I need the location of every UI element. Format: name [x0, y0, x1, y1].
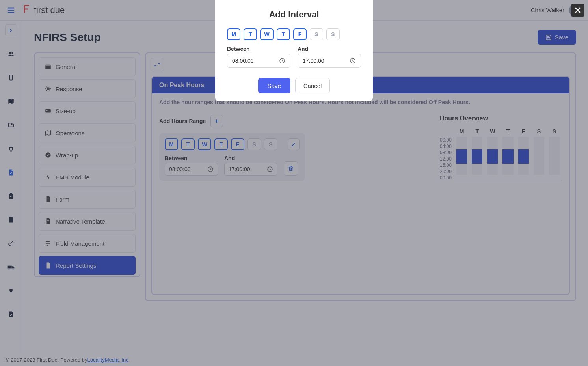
modal-day-sat[interactable]: S: [310, 28, 323, 40]
clock-icon: [279, 58, 285, 64]
modal-day-fri[interactable]: F: [293, 28, 307, 40]
modal-overlay[interactable]: Add Interval M T W T F S S Between 08:00…: [0, 0, 588, 366]
modal-and-group: And 17:00:00: [298, 46, 361, 68]
modal-day-thu[interactable]: T: [277, 28, 290, 40]
modal-between-label: Between: [227, 46, 290, 52]
modal-and-label: And: [298, 46, 361, 52]
modal-days: M T W T F S S: [227, 28, 361, 40]
modal-and-value: 17:00:00: [303, 58, 324, 64]
modal-day-tue[interactable]: T: [244, 28, 257, 40]
modal-time-row: Between 08:00:00 And 17:00:00: [227, 46, 361, 68]
modal-between-group: Between 08:00:00: [227, 46, 290, 68]
modal-and-input[interactable]: 17:00:00: [298, 54, 361, 68]
modal-between-value: 08:00:00: [232, 58, 254, 64]
modal-between-input[interactable]: 08:00:00: [227, 54, 290, 68]
modal-cancel-button[interactable]: Cancel: [295, 78, 330, 93]
add-interval-modal: Add Interval M T W T F S S Between 08:00…: [215, 0, 373, 101]
modal-day-sun[interactable]: S: [326, 28, 340, 40]
modal-actions: Save Cancel: [227, 78, 361, 93]
modal-title: Add Interval: [227, 9, 361, 20]
modal-day-mon[interactable]: M: [227, 28, 240, 40]
clock-icon: [350, 58, 356, 64]
modal-save-button[interactable]: Save: [258, 78, 290, 93]
modal-day-wed[interactable]: W: [260, 28, 274, 40]
modal-close-button[interactable]: [571, 4, 584, 17]
close-icon: [574, 6, 582, 14]
